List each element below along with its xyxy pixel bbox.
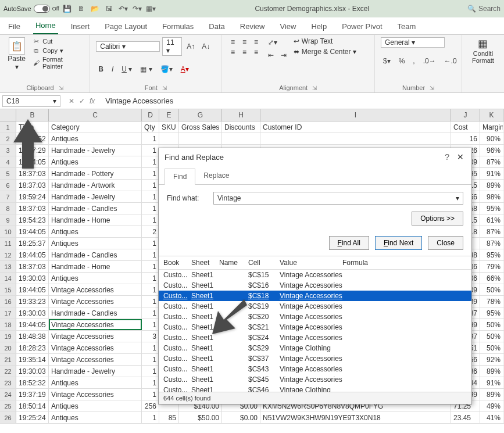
increase-decimal-icon[interactable]: .0→ <box>421 56 438 66</box>
row-head[interactable]: 20 <box>0 342 16 353</box>
col-head-G[interactable]: G <box>179 109 222 121</box>
decrease-decimal-icon[interactable]: ←.0 <box>442 56 459 66</box>
cell[interactable]: Antiques <box>49 238 142 249</box>
align-center-icon[interactable]: ≡ <box>239 48 249 57</box>
row-head[interactable]: 24 <box>0 389 16 400</box>
row-head[interactable]: 12 <box>0 249 16 260</box>
cut-button[interactable]: ✂Cut <box>32 37 84 45</box>
cell[interactable] <box>159 133 179 144</box>
cell[interactable]: 18:37:03 <box>16 203 49 214</box>
number-format-select[interactable]: General ▾ <box>381 37 445 48</box>
cell[interactable]: 18:37:03 <box>16 261 49 272</box>
cell[interactable]: 1 <box>142 168 159 179</box>
cell[interactable]: 66% <box>480 273 503 284</box>
cell[interactable]: 95% <box>480 307 503 319</box>
conditional-formatting-button[interactable]: ▦ Conditi Formatt <box>468 37 498 64</box>
col-head-K[interactable]: K <box>480 109 503 121</box>
fill-color-button[interactable]: 🪣▾ <box>158 64 175 74</box>
cell[interactable]: 1 <box>142 412 159 423</box>
row-head[interactable]: 9 <box>0 214 16 226</box>
find-all-button[interactable]: Find All <box>329 236 369 250</box>
font-name-select[interactable]: Calibri ▾ <box>96 41 160 52</box>
options-button[interactable]: Options >> <box>412 212 463 226</box>
result-row[interactable]: Custo...Sheet1$C$15Vintage Accessories <box>159 270 471 280</box>
cell[interactable]: 23.45 <box>451 412 480 423</box>
cell[interactable]: Handmade - Home <box>49 214 142 226</box>
row-head[interactable]: 15 <box>0 284 16 295</box>
border-button[interactable]: ▦ ▾ <box>138 64 154 74</box>
save-alt-icon[interactable]: 🖫 <box>103 3 115 15</box>
cell[interactable]: 41% <box>480 412 503 423</box>
row-head[interactable]: 11 <box>0 238 16 249</box>
cell[interactable]: 1 <box>142 377 159 388</box>
result-row[interactable]: Custo...Sheet1$C$29Vintage Clothing <box>159 343 471 353</box>
increase-font-icon[interactable]: A↑ <box>184 41 197 52</box>
col-value[interactable]: Value <box>280 259 342 267</box>
tab-help[interactable]: Help <box>309 19 329 34</box>
cell[interactable]: $50.00 <box>179 412 222 423</box>
col-head-I[interactable]: I <box>260 109 451 121</box>
cell[interactable]: 1 <box>142 273 159 284</box>
open-icon[interactable]: 📂 <box>90 3 101 15</box>
cell[interactable]: Handmade - Candles <box>49 203 142 214</box>
cell[interactable]: Handmade - Artwork <box>49 180 142 191</box>
undo-icon[interactable]: ↶▾ <box>117 3 129 15</box>
dialog-launcher-icon[interactable]: ⇲ <box>59 85 63 91</box>
font-color-button[interactable]: A▾ <box>178 64 191 74</box>
tab-team[interactable]: Team <box>395 19 419 34</box>
cell[interactable]: 19:30:03 <box>16 273 49 284</box>
cell[interactable]: Antiques <box>49 156 142 167</box>
dialog-launcher-icon[interactable]: ⇲ <box>430 85 434 91</box>
result-row[interactable]: Custo...Sheet1$C$21Vintage Accessories <box>159 322 471 332</box>
row-head[interactable]: 13 <box>0 261 16 272</box>
cell[interactable]: 95% <box>480 203 503 214</box>
decrease-font-icon[interactable]: A↓ <box>199 41 212 52</box>
row-head[interactable]: 21 <box>0 354 16 365</box>
cell[interactable]: 18:48:38 <box>16 331 49 342</box>
find-next-button[interactable]: Find Next <box>375 236 422 250</box>
dialog-launcher-icon[interactable]: ⇲ <box>162 85 167 91</box>
tab-file[interactable]: File <box>6 19 23 34</box>
close-button[interactable]: Close <box>428 236 463 250</box>
currency-button[interactable]: $▾ <box>381 56 393 66</box>
result-row[interactable]: Custo...Sheet1$C$19Vintage Accessories <box>159 301 471 312</box>
header-cell[interactable]: Margin <box>480 121 503 133</box>
cell[interactable]: 256 <box>142 400 159 411</box>
orientation-button[interactable]: ⤢▾ <box>266 37 289 48</box>
cell[interactable]: 19:30:03 <box>16 366 49 377</box>
cell[interactable]: 1 <box>142 145 159 156</box>
cell[interactable]: 18:27:29 <box>16 145 49 156</box>
row-head[interactable]: 7 <box>0 191 16 202</box>
header-cell[interactable]: Qty <box>142 121 159 133</box>
cell[interactable]: 1 <box>142 214 159 226</box>
cell[interactable]: 87% <box>480 238 503 249</box>
cell[interactable]: Antiques <box>49 226 142 237</box>
row-head[interactable]: 14 <box>0 273 16 284</box>
cell[interactable]: 19:44:05 <box>16 319 49 330</box>
close-icon[interactable]: ✕ <box>455 152 466 162</box>
cell[interactable]: 1 <box>142 238 159 249</box>
cell[interactable]: 87% <box>480 156 503 167</box>
cell[interactable]: 19:44:05 <box>16 156 49 167</box>
align-bottom-icon[interactable]: ≡ <box>251 37 261 46</box>
row-head[interactable]: 16 <box>0 296 16 307</box>
row-head[interactable]: 5 <box>0 168 16 179</box>
header-cell[interactable]: Category <box>49 121 142 133</box>
cell[interactable]: Vintage Accessories <box>49 342 142 353</box>
cell[interactable]: Handmade - Candles <box>49 249 142 260</box>
row-head[interactable]: 18 <box>0 319 16 330</box>
cell[interactable]: 19:54:23 <box>16 214 49 226</box>
tab-find[interactable]: Find <box>165 169 195 185</box>
cell[interactable]: 1 <box>142 389 159 400</box>
cell[interactable]: 18:37:03 <box>16 168 49 179</box>
cell[interactable]: 19:25:24 <box>16 412 49 423</box>
find-what-input[interactable]: Vintage ▾ <box>213 192 463 205</box>
cell[interactable]: Handmade - Pottery <box>49 168 142 179</box>
cell[interactable]: 87% <box>480 226 503 237</box>
format-painter-button[interactable]: 🖌Format Painter <box>32 56 84 70</box>
tab-formulas[interactable]: Formulas <box>160 19 196 34</box>
tab-page-layout[interactable]: Page Layout <box>102 19 149 34</box>
dialog-titlebar[interactable]: Find and Replace ? ✕ <box>159 148 471 166</box>
col-cell[interactable]: Cell <box>248 259 280 267</box>
col-head-J[interactable]: J <box>451 109 480 121</box>
